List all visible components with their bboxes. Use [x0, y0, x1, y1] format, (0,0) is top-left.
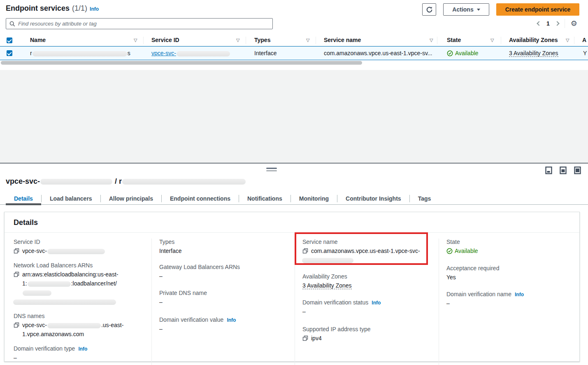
domain-verification-name-value: –	[446, 299, 572, 308]
field-glb-arns: Gateway Load Balancers ARNs –	[159, 264, 287, 281]
glb-arns-value: –	[159, 271, 287, 281]
split-panel: vpce-svc- / r Details Load balancers All…	[0, 163, 588, 365]
tab-notifications[interactable]: Notifications	[239, 193, 291, 204]
filter-service-id-icon[interactable]: ▽	[236, 37, 239, 43]
redacted-text	[33, 51, 127, 56]
column-header-name[interactable]: Name	[30, 37, 46, 43]
column-header-availability-zones[interactable]: Availability Zones	[509, 37, 558, 43]
tab-monitoring[interactable]: Monitoring	[291, 193, 337, 204]
divider	[246, 37, 246, 44]
filter-state-icon[interactable]: ▽	[490, 37, 494, 43]
divider	[143, 37, 144, 44]
filter-availability-zones-icon[interactable]: ▽	[566, 37, 569, 43]
filter-service-name-icon[interactable]: ▽	[430, 37, 433, 43]
row-service-id-link[interactable]: vpce-svc-	[151, 50, 230, 56]
column-header-service-name[interactable]: Service name	[324, 37, 361, 43]
panel-position-full-icon[interactable]	[574, 166, 581, 174]
select-all-checkbox[interactable]	[7, 37, 12, 43]
actions-button-label: Actions	[452, 6, 473, 13]
row-acceptance-cut: Y	[583, 50, 587, 56]
header-info-link[interactable]: Info	[90, 6, 99, 12]
domain-verification-status-info-link[interactable]: Info	[372, 300, 381, 306]
details-card: Details Service ID vpce-svc-	[4, 212, 580, 362]
service-name-value: com.amazonaws.vpce.us-east-1.vpce-svc-	[311, 246, 420, 264]
field-service-name: Service name com.amazonaws.vpce.us-east-…	[302, 239, 431, 264]
redacted-text	[13, 299, 116, 305]
row-state: Available	[447, 50, 479, 56]
split-panel-drag-handle[interactable]	[266, 168, 277, 171]
domain-verification-name-info-link[interactable]: Info	[515, 292, 524, 297]
create-endpoint-service-button[interactable]: Create endpoint service	[496, 3, 579, 16]
domain-verification-type-info-link[interactable]: Info	[78, 346, 87, 352]
tab-details[interactable]: Details	[6, 193, 41, 204]
panel-position-bottom-icon[interactable]	[545, 166, 552, 174]
field-ip-address-type: Supported IP address type ipv4	[302, 326, 431, 343]
copy-icon[interactable]	[14, 248, 19, 254]
availability-zones-link[interactable]: 3 Availability Zones	[302, 282, 352, 289]
field-private-dns-name: Private DNS name –	[159, 290, 287, 307]
details-column-2: Types Interface Gateway Load Balancers A…	[151, 239, 295, 365]
refresh-icon	[426, 6, 433, 13]
dns-name-value: vpce-svc-.us-east-1.vpce.amazonaws.com	[22, 321, 123, 339]
domain-verification-value-info-link[interactable]: Info	[227, 317, 236, 323]
search-input[interactable]	[18, 21, 269, 27]
panel-position-half-icon[interactable]	[560, 166, 567, 174]
redacted-text	[47, 249, 105, 254]
field-domain-verification-status: Domain verification status Info –	[302, 299, 431, 316]
row-service-name: com.amazonaws.vpce.us-east-1.vpce-sv...	[324, 50, 432, 56]
page-number[interactable]: 1	[546, 20, 550, 27]
search-icon	[9, 21, 15, 27]
tab-load-balancers[interactable]: Load balancers	[42, 193, 100, 204]
redacted-text	[40, 179, 112, 185]
next-page-icon[interactable]	[555, 21, 559, 26]
filter-types-icon[interactable]: ▽	[306, 37, 309, 43]
tab-tags[interactable]: Tags	[410, 193, 439, 204]
chevron-down-icon	[477, 9, 480, 11]
field-domain-verification-value: Domain verification value Info –	[159, 316, 287, 333]
endpoint-services-page: Endpoint services (1/1) Info Actions Cre…	[0, 0, 588, 365]
column-header-acceptance-cut[interactable]: A	[582, 37, 586, 43]
details-card-heading: Details	[5, 212, 579, 233]
private-dns-value: –	[159, 297, 287, 307]
field-nlb-arns: Network Load Balancers ARNs arn:aws:elas…	[14, 262, 144, 306]
redacted-text	[28, 281, 71, 287]
domain-verification-value-value: –	[159, 324, 287, 333]
previous-page-icon[interactable]	[537, 21, 541, 26]
column-header-service-id[interactable]: Service ID	[151, 37, 179, 43]
divider	[437, 37, 437, 44]
empty-background	[0, 70, 588, 163]
acceptance-required-value: Yes	[446, 273, 572, 282]
status-available-icon	[447, 50, 453, 56]
row-availability-zones-link[interactable]: 3 Availability Zones	[509, 50, 558, 56]
field-domain-verification-type: Domain verification type Info –	[14, 345, 144, 362]
field-state: State Available	[446, 239, 572, 257]
actions-button[interactable]: Actions	[443, 3, 489, 16]
table-row[interactable]: rs vpce-svc- Interface com.amazonaws.vpc…	[0, 46, 588, 60]
copy-icon[interactable]	[302, 335, 308, 341]
filter-name-icon[interactable]: ▽	[134, 37, 137, 43]
copy-icon[interactable]	[14, 322, 19, 328]
column-header-state[interactable]: State	[447, 37, 461, 43]
details-column-4: State Available Accept	[439, 239, 579, 365]
refresh-button[interactable]	[422, 3, 436, 16]
divider	[316, 37, 316, 44]
field-availability-zones: Availability Zones 3 Availability Zones	[302, 273, 431, 290]
tab-contributor-insights[interactable]: Contributor Insights	[337, 193, 409, 204]
field-types: Types Interface	[159, 239, 287, 255]
divider	[565, 19, 565, 28]
redacted-text	[47, 323, 101, 328]
domain-verification-status-value: –	[302, 307, 431, 316]
tab-endpoint-connections[interactable]: Endpoint connections	[162, 193, 239, 204]
tab-allow-principals[interactable]: Allow principals	[101, 193, 161, 204]
settings-gear-icon[interactable]: ⚙	[571, 20, 577, 27]
horizontal-scrollbar-thumb[interactable]	[1, 61, 362, 65]
horizontal-scrollbar	[0, 61, 588, 65]
copy-icon[interactable]	[14, 271, 19, 277]
row-checkbox[interactable]	[7, 50, 12, 56]
redacted-text	[23, 290, 51, 296]
column-header-types[interactable]: Types	[254, 37, 270, 43]
redacted-text	[122, 179, 246, 185]
header-action-buttons: Actions Create endpoint service	[422, 3, 579, 16]
row-types: Interface	[254, 50, 277, 56]
copy-icon[interactable]	[302, 248, 308, 254]
